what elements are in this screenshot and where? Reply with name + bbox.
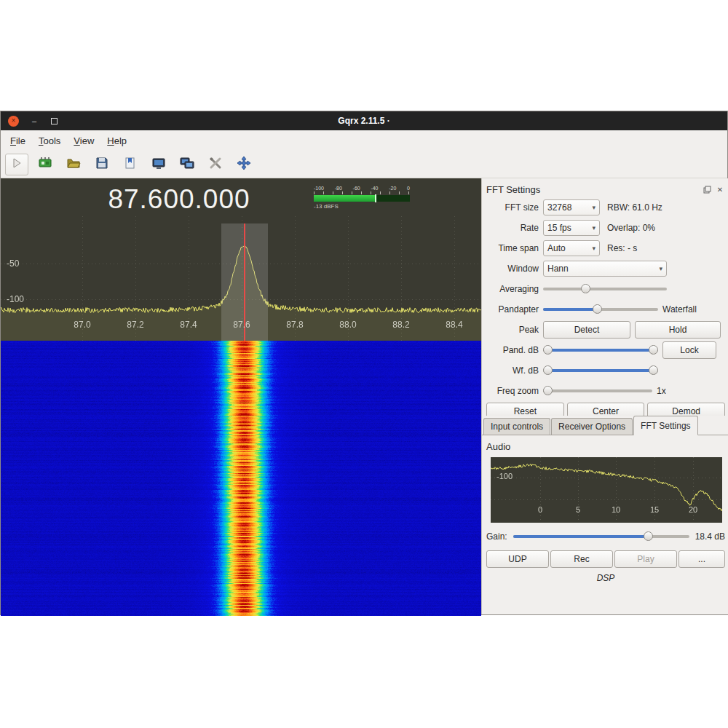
- freq-tick: 88.2: [385, 320, 417, 330]
- bookmarks-button[interactable]: [119, 154, 142, 175]
- rec-button[interactable]: Rec: [550, 550, 613, 568]
- devices-icon: [38, 157, 52, 173]
- audio-freq-tick: 5: [569, 505, 587, 514]
- float-dock-icon[interactable]: [702, 184, 712, 194]
- frequency-display[interactable]: 87.600.000: [1, 184, 357, 215]
- gain-row: Gain: 18.4 dB: [486, 529, 725, 545]
- slider-handle[interactable]: [543, 386, 553, 395]
- freq-tick: 88.0: [332, 320, 364, 330]
- gqrx-window: × – Gqrx 2.11.5 · File Tools View Help: [0, 111, 728, 615]
- window-value: Hann: [547, 264, 569, 274]
- tab-fft-settings[interactable]: FFT Settings: [633, 416, 697, 435]
- pandapter[interactable]: 87.600.000 -100 -80 -60 -40 -20 0: [1, 178, 481, 341]
- minimize-button[interactable]: –: [32, 116, 36, 125]
- res-value: Res: - s: [607, 243, 637, 253]
- tab-receiver-options[interactable]: Receiver Options: [551, 418, 633, 435]
- freq-tick: 87.8: [279, 320, 311, 330]
- averaging-label: Averaging: [486, 284, 539, 294]
- close-dock-icon[interactable]: ✕: [715, 184, 725, 194]
- menu-view[interactable]: View: [67, 132, 100, 149]
- slider-handle-low[interactable]: [543, 365, 553, 375]
- fft-settings-panel: FFT Settings ✕ FFT size 32768 ▾ RBW: 61.…: [481, 178, 728, 614]
- open-button[interactable]: [62, 154, 85, 175]
- slider-handle-high[interactable]: [649, 345, 658, 355]
- rbw-value: RBW: 61.0 Hz: [607, 202, 662, 213]
- udp-button[interactable]: UDP: [486, 550, 549, 568]
- save-button[interactable]: [90, 154, 114, 175]
- slider-groove: [543, 389, 652, 392]
- freq-zoom-row: Freq zoom 1x: [486, 381, 725, 401]
- play-button[interactable]: Play: [614, 550, 677, 568]
- menu-tools[interactable]: Tools: [32, 132, 67, 149]
- gain-slider[interactable]: [513, 529, 689, 545]
- audio-spectrum[interactable]: -100 0 5 10 15 20: [491, 457, 722, 523]
- menu-bar: File Tools View Help: [1, 130, 727, 151]
- freq-zoom-slider[interactable]: [543, 383, 652, 399]
- meter-tick: -20: [389, 186, 396, 191]
- window-select[interactable]: Hann ▾: [543, 261, 667, 277]
- menu-help[interactable]: Help: [100, 132, 133, 149]
- record-button[interactable]: [147, 154, 170, 175]
- gain-value: 18.4 dB: [695, 531, 725, 542]
- freq-zoom-label: Freq zoom: [486, 386, 539, 396]
- record-icon: [151, 157, 166, 173]
- slider-handle-high[interactable]: [649, 365, 658, 375]
- close-button[interactable]: ×: [8, 116, 19, 127]
- rate-select[interactable]: 15 fps ▾: [543, 220, 600, 236]
- lock-button[interactable]: Lock: [662, 341, 716, 359]
- signal-meter: -100 -80 -60 -40 -20 0 -13 dBFS: [314, 186, 410, 210]
- meter-tick: -80: [335, 186, 342, 191]
- time-span-value: Auto: [547, 243, 566, 253]
- tools-button[interactable]: [204, 154, 227, 175]
- toolbar: [1, 151, 727, 178]
- slider-fill: [513, 535, 647, 538]
- slider-handle[interactable]: [644, 531, 653, 541]
- slider-handle[interactable]: [593, 304, 602, 314]
- db-axis-tick: -100: [7, 294, 24, 304]
- averaging-slider[interactable]: [543, 281, 667, 297]
- dsp-dock-label: DSP: [486, 573, 725, 583]
- fft-size-value: 32768: [547, 202, 571, 213]
- wf-db-label: Wf. dB: [486, 365, 539, 376]
- waterfall[interactable]: [1, 341, 481, 616]
- slider-handle[interactable]: [581, 284, 590, 293]
- start-dsp-button[interactable]: [5, 154, 28, 175]
- configure-devices-button[interactable]: [33, 154, 57, 175]
- time-span-select[interactable]: Auto ▾: [543, 240, 600, 256]
- maximize-button[interactable]: [51, 118, 58, 124]
- slider-handle-low[interactable]: [543, 345, 553, 355]
- window-row: Window Hann ▾: [486, 258, 725, 279]
- meter-tick: -60: [353, 186, 360, 191]
- reset-button[interactable]: Reset: [486, 403, 564, 416]
- slider-fill: [547, 349, 654, 352]
- demod-button[interactable]: Demod: [647, 403, 725, 416]
- wf-db-range-slider[interactable]: [543, 363, 658, 379]
- peak-detect-button[interactable]: Detect: [543, 321, 630, 339]
- center-button[interactable]: Center: [567, 403, 645, 416]
- pand-db-range-slider[interactable]: [543, 342, 658, 358]
- window-title: Gqrx 2.11.5 ·: [1, 116, 727, 126]
- menu-file[interactable]: File: [4, 132, 32, 149]
- time-span-label: Time span: [486, 243, 539, 253]
- meter-fill: [314, 195, 375, 202]
- center-frequency-button[interactable]: [232, 154, 256, 175]
- open-folder-icon: [66, 157, 81, 173]
- tab-input-controls[interactable]: Input controls: [483, 418, 550, 435]
- dock-tab-bar: Input controls Receiver Options FFT Sett…: [482, 416, 728, 435]
- audio-button-row: UDP Rec Play ...: [486, 550, 725, 568]
- pand-db-label: Pand. dB: [486, 345, 539, 355]
- remote-button[interactable]: [175, 154, 199, 175]
- waterfall-label: Waterfall: [662, 304, 697, 314]
- remote-icon: [180, 157, 194, 173]
- frequency-axis: 87.0 87.2 87.4 87.6 87.8 88.0 88.2 88.4: [1, 320, 481, 333]
- fft-size-label: FFT size: [486, 202, 539, 213]
- rate-row: Rate 15 fps ▾ Overlap: 0%: [486, 218, 725, 238]
- crosshair-icon: [237, 156, 251, 173]
- pandapter-split-slider[interactable]: [543, 301, 658, 317]
- peak-hold-button[interactable]: Hold: [635, 321, 721, 339]
- rate-label: Rate: [486, 223, 539, 233]
- fft-size-select[interactable]: 32768 ▾: [543, 199, 600, 215]
- more-button[interactable]: ...: [678, 550, 725, 568]
- fft-action-row: Reset Center Demod: [486, 403, 725, 416]
- peak-row: Peak Detect Hold: [486, 320, 725, 340]
